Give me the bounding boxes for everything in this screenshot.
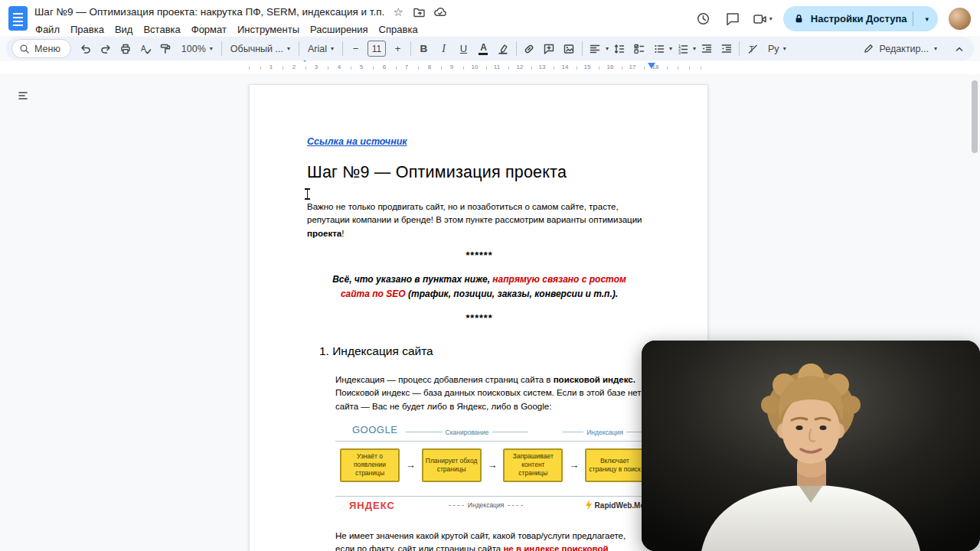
font-size-increase-button[interactable]: + (388, 39, 407, 58)
intro-text: Важно не только продвигать сайт, но и по… (307, 202, 642, 224)
star-icon[interactable]: ☆ (391, 5, 405, 19)
document-outline-icon[interactable] (13, 86, 33, 106)
indexing-bold-text: поисковой индекс. (554, 375, 635, 384)
callout-text: Всё, что указано в пунктах ниже, (332, 274, 492, 285)
numbered-list-icon[interactable]: 123 (673, 39, 692, 58)
text-cursor (304, 188, 311, 200)
section-1-heading: 1. Индексация сайта (319, 344, 652, 358)
ruler-mark: 11 (492, 64, 501, 70)
cloud-status-icon[interactable] (433, 5, 446, 19)
ruler: 1 2 3 4 5 6 7 8 9 10 11 12 13 14 15 16 1… (0, 61, 980, 74)
yandex-label: ЯНДЕКС (349, 500, 395, 511)
indexing-end-text: Поисковой индекс — база данных поисковых… (335, 388, 642, 410)
print-icon[interactable] (116, 39, 136, 58)
ruler-mark: 14 (560, 64, 570, 70)
font-size-input[interactable]: 11 (368, 41, 386, 57)
right-indent-marker[interactable] (648, 63, 655, 69)
input-tools-value: Ру (768, 44, 779, 54)
google-label: GOOGLE (352, 424, 397, 435)
redo-icon[interactable] (96, 39, 116, 58)
separator-stars: ****** (307, 250, 652, 261)
numbered-list-caret-icon[interactable]: ▾ (693, 46, 696, 52)
intro-bold-text: проекта (307, 229, 341, 238)
move-folder-icon[interactable] (412, 5, 426, 19)
diagram-step-box: Планирует обход страницы (422, 448, 482, 482)
callout-paragraph[interactable]: Всё, что указано в пунктах ниже, напряму… (327, 272, 632, 302)
spellcheck-icon[interactable]: A (136, 39, 155, 58)
align-left-icon[interactable] (586, 39, 605, 58)
google-docs-logo[interactable] (8, 6, 28, 31)
paragraph-style-select[interactable]: Обычный ... ▾ (225, 39, 296, 58)
align-caret-icon[interactable]: ▾ (606, 46, 609, 52)
share-button-label: Настройки Доступа (811, 13, 907, 24)
ruler-mark: 15 (583, 64, 593, 70)
menu-extensions[interactable]: Расширения (305, 22, 374, 37)
menu-tools[interactable]: Инструменты (232, 22, 305, 37)
bulleted-list-icon[interactable] (649, 39, 668, 58)
clear-formatting-icon[interactable]: T (743, 39, 762, 58)
topbar: Шаг №9 — Оптимизация проекта: накрутка П… (0, 0, 980, 36)
menu-insert[interactable]: Вставка (138, 22, 185, 37)
menu-file[interactable]: Файл (30, 22, 65, 37)
bulleted-list-caret-icon[interactable]: ▾ (669, 46, 672, 52)
italic-button[interactable]: I (434, 39, 453, 58)
document-page[interactable]: Ссылка на источник Шаг №9 — Оптимизация … (249, 84, 708, 551)
undo-icon[interactable] (77, 39, 96, 58)
topbar-actions: ▾ Настройки Доступа ▾ (694, 6, 971, 31)
diagram-arrow-icon: → (569, 459, 579, 471)
left-indent-marker[interactable] (301, 62, 309, 76)
toolbar-search-button[interactable]: Меню (11, 39, 71, 58)
present-to-meet-button[interactable]: ▾ (753, 11, 773, 27)
indexing-diagram: GOOGLE Сканирование Индексация Узнаёт о … (335, 422, 649, 516)
version-history-icon[interactable] (694, 10, 713, 28)
input-tools-caret-icon: ▾ (783, 46, 786, 52)
document-title[interactable]: Шаг №9 — Оптимизация проекта: накрутка П… (34, 6, 384, 18)
highlight-color-button[interactable] (494, 39, 513, 58)
hide-menus-icon[interactable] (949, 39, 969, 58)
menu-view[interactable]: Вид (109, 22, 139, 37)
indexing-paragraph[interactable]: Индексация — процесс добавления страниц … (335, 373, 642, 413)
intro-end-text: ! (341, 229, 344, 238)
share-dropdown-icon[interactable]: ▾ (920, 15, 934, 23)
ruler-mark: 1 (268, 64, 274, 70)
rapidweb-brand: RapidWeb.Me (585, 500, 645, 510)
bold-button[interactable]: B (414, 39, 433, 58)
diagram-step-box: Узнаёт о появлении страницы (340, 448, 400, 482)
source-link[interactable]: Ссылка на источник (307, 136, 407, 147)
zoom-select[interactable]: 100% ▾ (176, 39, 218, 58)
webcam-overlay[interactable] (642, 341, 980, 551)
insert-link-icon[interactable] (520, 39, 539, 58)
meet-dropdown-icon[interactable]: ▾ (769, 16, 773, 22)
menu-format[interactable]: Формат (186, 22, 232, 37)
line-spacing-icon[interactable] (609, 39, 629, 58)
paint-format-icon[interactable] (156, 39, 175, 58)
ruler-mark: 13 (537, 64, 547, 70)
user-avatar[interactable] (949, 8, 971, 30)
menu-help[interactable]: Справка (374, 22, 423, 37)
decrease-indent-icon[interactable] (697, 39, 716, 58)
share-button[interactable]: Настройки Доступа ▾ (783, 6, 938, 31)
input-tools-select[interactable]: Ру ▾ (763, 39, 792, 58)
ruler-mark: 5 (358, 64, 364, 70)
text-color-button[interactable]: A (474, 39, 493, 58)
ruler-mark: 7 (403, 64, 410, 70)
comments-icon[interactable] (724, 10, 742, 28)
menu-edit[interactable]: Правка (65, 22, 109, 37)
underline-button[interactable]: U (454, 39, 473, 58)
ruler-mark: 10 (470, 64, 480, 70)
intro-paragraph[interactable]: Важно не только продвигать сайт, но и по… (307, 201, 652, 240)
ruler-mark: 8 (426, 64, 433, 70)
style-caret-icon: ▾ (287, 46, 290, 52)
diagram-step-box: Запрашивает контент страницы (503, 448, 563, 482)
increase-indent-icon[interactable] (717, 39, 736, 58)
font-size-decrease-button[interactable]: − (346, 39, 365, 58)
insert-image-icon[interactable] (560, 39, 579, 58)
vertical-scrollbar[interactable] (972, 80, 978, 153)
callout-end-text: (трафик, позиции, заказы, конверсии и т.… (408, 289, 618, 299)
editing-mode-select[interactable]: Редактир... ▾ (855, 39, 945, 59)
add-comment-icon[interactable] (540, 39, 559, 58)
outro-paragraph[interactable]: Не имеет значения какой крутой сайт, как… (335, 530, 642, 551)
toolbar-search-label: Меню (34, 44, 60, 54)
checklist-icon[interactable] (629, 39, 648, 58)
font-select[interactable]: Arial ▾ (302, 39, 339, 58)
